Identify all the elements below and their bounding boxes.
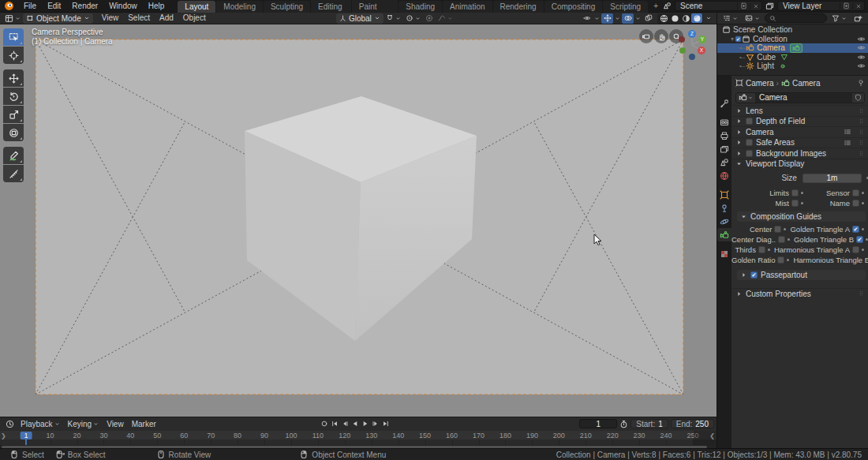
expander-icon[interactable]: ▾ [731, 36, 734, 43]
play-reverse-button[interactable] [350, 419, 359, 428]
tool-scale[interactable] [3, 106, 24, 123]
tab-scripting[interactable]: Scripting [603, 1, 648, 13]
frame-start-field[interactable]: Start: 1 [630, 419, 668, 428]
add-workspace-button[interactable]: + [649, 0, 663, 12]
breadcrumb-data[interactable]: Camera [792, 79, 821, 88]
properties-tab-physics[interactable] [717, 215, 731, 228]
hide-in-viewport-eye-icon[interactable] [857, 53, 866, 62]
shading-dropdown[interactable] [703, 13, 714, 24]
current-frame-field[interactable]: 1 [579, 419, 617, 428]
navigation-gizmo[interactable]: Z Y X [673, 29, 709, 62]
tab-modeling[interactable]: Modeling [216, 1, 263, 13]
xray-toggle[interactable] [642, 13, 654, 24]
jump-end-button[interactable] [381, 419, 390, 428]
panel-passepartout[interactable]: ✔ Passepartout [737, 270, 866, 280]
frame-end-field[interactable]: End: 250 [671, 419, 714, 428]
new-collection-button[interactable] [851, 13, 865, 24]
menu-file[interactable]: File [18, 0, 42, 12]
tool-move[interactable] [3, 69, 24, 87]
size-field[interactable]: 1m [803, 174, 862, 183]
scene-icon[interactable] [663, 2, 672, 10]
mesh-data-badge[interactable] [780, 53, 788, 61]
panel-composition-guides[interactable]: Composition Guides [737, 211, 866, 222]
datablock-browse-button[interactable] [736, 93, 755, 103]
viewport-menu-add[interactable]: Add [155, 13, 178, 24]
shading-material-preview-button[interactable] [680, 13, 691, 23]
tab-shading[interactable]: Shading [398, 1, 442, 13]
search-input[interactable] [779, 14, 822, 22]
tab-layout[interactable]: Layout [178, 1, 215, 13]
checkbox-thirds[interactable] [758, 246, 765, 253]
pin-icon[interactable] [857, 79, 865, 87]
timeline-menu-marker[interactable]: Marker [128, 420, 160, 428]
panel-lens[interactable]: Lens [731, 105, 868, 116]
menu-edit[interactable]: Edit [42, 0, 66, 12]
outliner-editor-type-button[interactable] [720, 13, 740, 24]
drag-handle-icon[interactable] [858, 107, 865, 114]
shading-solid-button[interactable] [669, 13, 680, 23]
drag-handle-icon[interactable] [858, 118, 865, 125]
tab-sculpting[interactable]: Sculpting [264, 1, 310, 13]
proportional-falloff-dropdown[interactable] [436, 13, 455, 24]
region-toggle-arrow-left[interactable]: ❯ [1, 432, 6, 439]
breadcrumb-object[interactable]: Camera [746, 79, 774, 88]
filter-button[interactable] [829, 13, 849, 24]
checkbox-golden-ratio[interactable] [777, 256, 784, 264]
properties-tab-world[interactable] [717, 169, 731, 182]
checkbox-mist[interactable] [791, 200, 799, 207]
camera-data-badge[interactable] [790, 43, 803, 53]
timeline-menu-playback[interactable]: Playback [17, 420, 64, 428]
panel-background-images[interactable]: Background Images [731, 148, 868, 159]
prev-keyframe-button[interactable] [340, 419, 349, 428]
animate-dot[interactable] [768, 249, 770, 251]
checkbox-harmonious-triangle-a[interactable] [852, 246, 859, 253]
blender-logo-icon[interactable] [0, 1, 18, 11]
properties-tab-object[interactable] [717, 188, 731, 201]
gizmo-x-neg[interactable] [679, 36, 685, 43]
checkbox-center-diag-[interactable] [778, 236, 785, 243]
menu-help[interactable]: Help [143, 0, 170, 12]
panel-camera[interactable]: Camera [731, 126, 868, 137]
timeline-editor-type-button[interactable] [3, 419, 17, 429]
stopwatch-icon[interactable] [619, 420, 628, 428]
viewport-menu-select[interactable]: Select [123, 13, 155, 24]
outliner-item-collection[interactable]: ▾✔Collection [717, 35, 868, 44]
gizmo-z-neg[interactable] [689, 54, 695, 60]
panel-checkbox[interactable] [746, 118, 753, 125]
chevron-down-icon[interactable] [594, 16, 600, 21]
tool-measure[interactable] [3, 165, 24, 182]
checkbox-limits[interactable] [791, 189, 799, 196]
animate-dot[interactable] [801, 202, 803, 204]
proportional-editing-button[interactable] [423, 13, 436, 24]
tab-compositing[interactable]: Compositing [544, 1, 603, 13]
chevron-down-icon[interactable] [635, 16, 641, 21]
panel-checkbox[interactable] [746, 139, 753, 146]
tool-transform[interactable] [3, 124, 24, 141]
new-scene-button[interactable] [737, 2, 750, 9]
hide-in-viewport-eye-icon[interactable] [857, 62, 866, 70]
tab-uv-editing[interactable]: UV Editing [311, 0, 351, 13]
view-layer-icon[interactable] [765, 2, 774, 10]
checkbox-center[interactable] [774, 226, 781, 233]
snap-target-dropdown[interactable] [403, 13, 423, 24]
menu-window[interactable]: Window [103, 0, 143, 12]
properties-tab-texture[interactable] [717, 247, 731, 260]
timeline-ruler[interactable]: 1020304050607080901001101201301401501601… [0, 431, 716, 439]
drag-handle-icon[interactable] [858, 139, 865, 146]
checkbox-golden-triangle-b[interactable]: ✔ [856, 236, 863, 243]
tab-texture-paint[interactable]: Texture Paint [352, 0, 398, 13]
animate-dot[interactable] [788, 238, 790, 241]
properties-tab-constraints[interactable] [717, 201, 731, 215]
animate-dot[interactable] [862, 249, 864, 251]
panel-viewport-display[interactable]: Viewport Display [731, 159, 868, 170]
properties-tab-output[interactable] [717, 129, 731, 142]
transform-orientation-dropdown[interactable]: Global [336, 13, 383, 24]
menu-render[interactable]: Render [66, 0, 103, 12]
overlays-toggle[interactable] [622, 13, 634, 24]
viewport-menu-object[interactable]: Object [178, 13, 211, 24]
outliner-item-camera[interactable]: •–Camera [717, 43, 868, 53]
tool-select-box[interactable] [3, 28, 24, 46]
remove-view-layer-button[interactable] [852, 3, 864, 9]
fake-user-shield-icon[interactable] [852, 93, 864, 103]
jump-start-button[interactable] [330, 419, 339, 428]
